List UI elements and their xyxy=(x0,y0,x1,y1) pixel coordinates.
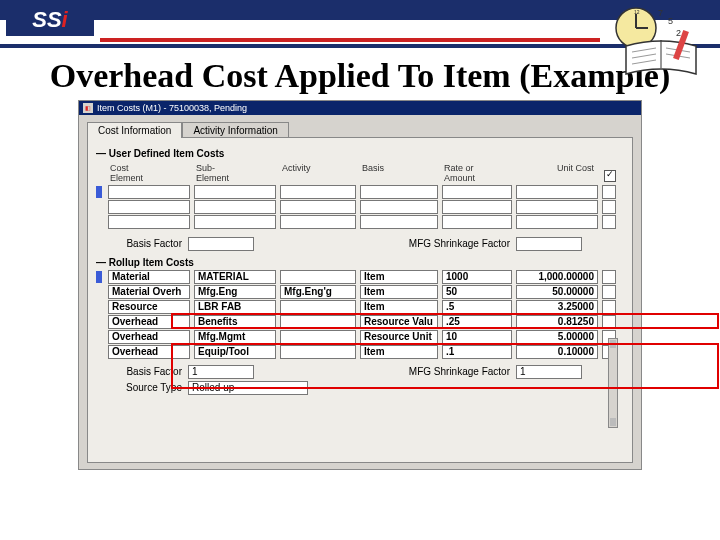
cell-rate: 1000 xyxy=(442,270,512,284)
col-activity: Activity xyxy=(282,163,358,183)
table-row[interactable]: OverheadMfg.MgmtResource Unit105.00000 xyxy=(96,330,624,344)
cell-activity: Mfg.Eng'g xyxy=(280,285,356,299)
cell-basis: Item xyxy=(360,300,438,314)
window-title: Item Costs (M1) - 75100038, Pending xyxy=(97,103,247,113)
svg-text:5: 5 xyxy=(668,16,673,26)
cell-end xyxy=(602,270,616,284)
shrinkage-label: MFG Shrinkage Factor xyxy=(380,238,510,249)
cell-sub-element: Mfg.Eng xyxy=(194,285,276,299)
cell-unit-cost: 5.00000 xyxy=(516,330,598,344)
cell-activity xyxy=(280,345,356,359)
tab-panel: User Defined Item Costs Cost Element Sub… xyxy=(87,137,633,463)
cell-basis: Resource Valu xyxy=(360,315,438,329)
app-window: ◧ Item Costs (M1) - 75100038, Pending Co… xyxy=(78,100,642,470)
tab-strip: Cost Information Activity Information xyxy=(87,121,641,137)
col-basis: Basis xyxy=(362,163,440,183)
col-rate: Rate or Amount xyxy=(444,163,514,183)
cell-unit-cost: 50.00000 xyxy=(516,285,598,299)
tab-cost-information[interactable]: Cost Information xyxy=(87,122,182,138)
cell-sub-element: LBR FAB xyxy=(194,300,276,314)
group-rollup-label: Rollup Item Costs xyxy=(96,257,624,268)
table-row[interactable] xyxy=(96,200,624,214)
cell-sub-element: Mfg.Mgmt xyxy=(194,330,276,344)
cell-unit-cost: 0.81250 xyxy=(516,315,598,329)
cell-cost-element: Material Overh xyxy=(108,285,190,299)
cell-cost-element: Overhead xyxy=(108,315,190,329)
cell-cost-element: Overhead xyxy=(108,345,190,359)
shrinkage-field[interactable] xyxy=(516,237,582,251)
cell-unit-cost: 3.25000 xyxy=(516,300,598,314)
tab-activity-information[interactable]: Activity Information xyxy=(182,122,288,138)
source-type-row: Source Type Rolled up xyxy=(96,381,624,395)
table-row[interactable] xyxy=(96,215,624,229)
basis-factor-label-2: Basis Factor xyxy=(96,366,182,377)
cell-rate: .25 xyxy=(442,315,512,329)
basis-factor-field[interactable] xyxy=(188,237,254,251)
rollup-basis-row: Basis Factor 1 MFG Shrinkage Factor 1 xyxy=(96,365,624,379)
columns-header: Cost Element Sub- Element Activity Basis… xyxy=(96,163,624,183)
cell-end xyxy=(602,300,616,314)
cell-basis: Item xyxy=(360,285,438,299)
cell-unit-cost: 1,000.00000 xyxy=(516,270,598,284)
cell-sub-element: MATERIAL xyxy=(194,270,276,284)
svg-text:12: 12 xyxy=(634,9,640,15)
cell-cost-element: Resource xyxy=(108,300,190,314)
cell-unit-cost: 0.10000 xyxy=(516,345,598,359)
cell-rate: .1 xyxy=(442,345,512,359)
rollup-rows: MaterialMATERIALItem10001,000.00000Mater… xyxy=(96,270,624,359)
red-divider xyxy=(100,38,600,42)
logo-text: SSi xyxy=(32,7,67,33)
cell-sub-element: Equip/Tool xyxy=(194,345,276,359)
source-type-label: Source Type xyxy=(96,382,182,393)
table-row[interactable]: OverheadEquip/ToolItem.10.10000 xyxy=(96,345,624,359)
user-basis-row: Basis Factor MFG Shrinkage Factor xyxy=(96,237,624,251)
cell-end xyxy=(602,285,616,299)
cell-activity xyxy=(280,270,356,284)
cell-cost-element: Overhead xyxy=(108,330,190,344)
table-row[interactable] xyxy=(96,185,624,199)
titlebar: ◧ Item Costs (M1) - 75100038, Pending xyxy=(79,101,641,115)
table-row[interactable]: ResourceLBR FABItem.53.25000 xyxy=(96,300,624,314)
basis-factor-field-2[interactable]: 1 xyxy=(188,365,254,379)
svg-text:7: 7 xyxy=(658,8,663,18)
source-type-field[interactable]: Rolled up xyxy=(188,381,308,395)
app-icon: ◧ xyxy=(83,103,93,113)
cell-cost-element: Material xyxy=(108,270,190,284)
cell-activity xyxy=(280,300,356,314)
user-defined-rows xyxy=(96,185,624,229)
cell-activity xyxy=(280,315,356,329)
cell-rate: .5 xyxy=(442,300,512,314)
cell-basis: Item xyxy=(360,270,438,284)
basis-factor-label: Basis Factor xyxy=(96,238,182,249)
shrinkage-label-2: MFG Shrinkage Factor xyxy=(380,366,510,377)
cell-rate: 10 xyxy=(442,330,512,344)
slide-header: SSi 12 7 5 2 xyxy=(0,0,720,48)
table-row[interactable]: Material OverhMfg.EngMfg.Eng'gItem5050.0… xyxy=(96,285,624,299)
clock-book-icon: 12 7 5 2 xyxy=(606,2,716,82)
col-cost-element: Cost Element xyxy=(110,163,192,183)
cell-sub-element: Benefits xyxy=(194,315,276,329)
cell-rate: 50 xyxy=(442,285,512,299)
cell-basis: Resource Unit xyxy=(360,330,438,344)
svg-text:2: 2 xyxy=(676,28,681,38)
shrinkage-field-2[interactable]: 1 xyxy=(516,365,582,379)
checkbox-toggle[interactable] xyxy=(604,170,616,182)
cell-end xyxy=(602,315,616,329)
group-user-defined-label: User Defined Item Costs xyxy=(96,148,624,159)
col-unit-cost: Unit Cost xyxy=(518,163,600,183)
cell-activity xyxy=(280,330,356,344)
cell-basis: Item xyxy=(360,345,438,359)
table-row[interactable]: OverheadBenefitsResource Valu.250.81250 xyxy=(96,315,624,329)
scrollbar[interactable] xyxy=(608,338,618,428)
col-sub-element: Sub- Element xyxy=(196,163,278,183)
logo: SSi xyxy=(6,4,94,36)
table-row[interactable]: MaterialMATERIALItem10001,000.00000 xyxy=(96,270,624,284)
